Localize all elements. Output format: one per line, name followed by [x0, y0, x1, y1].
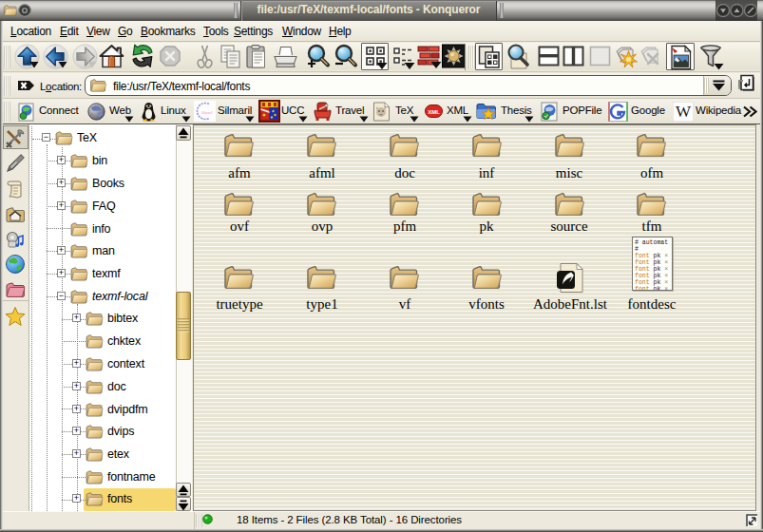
svg-text:W: W [676, 103, 692, 121]
svg-text:Silmaril: Silmaril [201, 111, 213, 115]
svg-text:XML: XML [428, 109, 440, 115]
